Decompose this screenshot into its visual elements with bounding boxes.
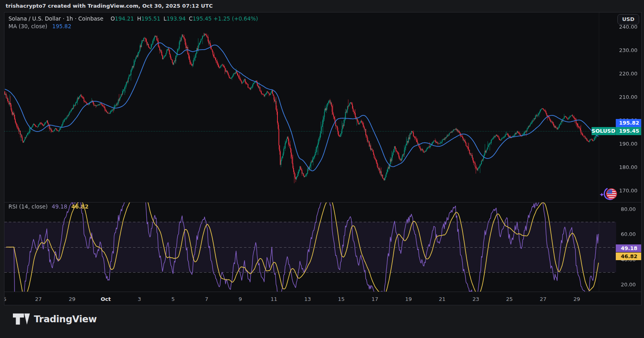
time-tick: 29 bbox=[565, 296, 589, 302]
high-label: H bbox=[137, 15, 141, 22]
high-value: 195.51 bbox=[141, 15, 160, 22]
time-tick: 19 bbox=[396, 296, 421, 302]
ma-price-label: 195.82 bbox=[616, 119, 642, 127]
ma-row: MA (30, close) 195.82 bbox=[8, 23, 258, 30]
low-label: L bbox=[163, 15, 167, 22]
ma-label: MA (30, close) bbox=[8, 23, 47, 29]
rsi-tick: 80.00 bbox=[611, 206, 642, 213]
time-tick: 3 bbox=[127, 296, 152, 302]
time-tick: 7 bbox=[194, 296, 219, 302]
chart-legend: Solana / U.S. Dollar · 1h · CoinbaseO194… bbox=[8, 15, 258, 30]
attribution-bar: trishacrypto7 created with TradingView.c… bbox=[0, 0, 644, 12]
rsi-label: RSI (14, close) bbox=[8, 203, 48, 210]
price-tick: 240.00 bbox=[611, 24, 642, 30]
time-tick: 21 bbox=[430, 296, 454, 302]
attribution-text: trishacrypto7 created with TradingView.c… bbox=[6, 3, 213, 9]
tradingview-snapshot: trishacrypto7 created with TradingView.c… bbox=[0, 0, 644, 338]
rsi-ma-value: 46.82 bbox=[71, 203, 89, 210]
price-tick: 230.00 bbox=[611, 47, 642, 54]
flag-icon bbox=[606, 188, 617, 199]
rsi-tick: 20.00 bbox=[611, 282, 642, 288]
close-value: 195.45 bbox=[193, 15, 212, 22]
time-tick: 25 bbox=[497, 296, 521, 302]
time-tick: 5 bbox=[4, 296, 17, 302]
time-tick: 27 bbox=[531, 296, 555, 302]
rsi-chart-canvas[interactable] bbox=[4, 202, 616, 292]
time-axis-separator bbox=[4, 292, 641, 292]
time-tick: 23 bbox=[464, 296, 488, 302]
rsi-tick: 60.00 bbox=[611, 231, 642, 238]
change-value: +1.25 (+0.64%) bbox=[213, 15, 258, 22]
time-tick: 27 bbox=[26, 296, 50, 302]
open-value: 194.21 bbox=[115, 15, 134, 22]
symbol-tag: SOLUSD bbox=[592, 127, 616, 135]
time-tick: 29 bbox=[60, 296, 84, 302]
footer-bar: TradingView bbox=[0, 305, 644, 338]
rsi-value: 49.18 bbox=[52, 203, 67, 210]
tradingview-logo-text: TradingView bbox=[34, 314, 97, 324]
low-value: 193.94 bbox=[167, 15, 185, 22]
time-tick: 17 bbox=[363, 296, 387, 302]
price-axis-separator bbox=[599, 13, 599, 292]
time-tick: 13 bbox=[296, 296, 320, 302]
time-tick: 15 bbox=[329, 296, 353, 302]
open-label: O bbox=[110, 15, 115, 22]
flag-canton bbox=[607, 190, 612, 194]
time-tick: Oct bbox=[94, 296, 118, 302]
time-tick: 11 bbox=[262, 296, 286, 302]
last-price-label: 195.45 bbox=[616, 127, 642, 135]
close-label: C bbox=[189, 15, 192, 22]
time-tick: 5 bbox=[161, 296, 185, 302]
tradingview-logo-icon bbox=[13, 313, 30, 325]
rsi-legend: RSI (14, close)49.1846.82 bbox=[8, 203, 89, 210]
rsi-value-label: 49.18 bbox=[616, 244, 642, 252]
symbol-row: Solana / U.S. Dollar · 1h · CoinbaseO194… bbox=[8, 15, 258, 23]
pane-separator bbox=[4, 202, 641, 202]
chart-frame: Solana / U.S. Dollar · 1h · CoinbaseO194… bbox=[4, 12, 642, 305]
ma-value: 195.82 bbox=[52, 23, 71, 29]
time-tick: 9 bbox=[228, 296, 252, 302]
price-chart-canvas[interactable] bbox=[4, 13, 616, 202]
tradingview-logo[interactable]: TradingView bbox=[13, 313, 97, 325]
watermark-flag-emblem: ✦ bbox=[599, 186, 619, 204]
price-tick: 210.00 bbox=[611, 94, 642, 100]
price-tick: 180.00 bbox=[611, 164, 642, 171]
price-tick: 220.00 bbox=[611, 71, 642, 77]
currency-toggle-button[interactable]: USD bbox=[617, 14, 639, 25]
symbol-title: Solana / U.S. Dollar · 1h · Coinbase bbox=[8, 15, 103, 22]
rsi-ma-value-label: 46.82 bbox=[616, 252, 642, 260]
price-tick: 190.00 bbox=[611, 141, 642, 147]
